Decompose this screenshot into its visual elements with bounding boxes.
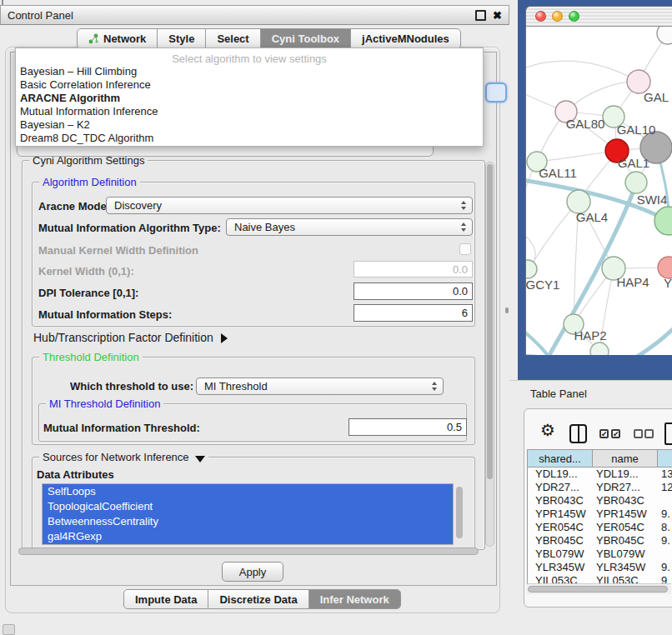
hub-definition-toggle[interactable]: Hub/Transcription Factor Definition <box>33 331 228 344</box>
attributes-scrollbar[interactable] <box>456 487 463 538</box>
algorithm-option-bayesian-k2[interactable]: Bayesian – K2 <box>16 118 483 132</box>
aracne-mode-combo[interactable]: Discovery <box>106 197 473 214</box>
table-row[interactable]: YDL19...YDL19...13 <box>528 468 672 481</box>
stepper-icon <box>461 201 466 210</box>
cell: YBL079W <box>528 548 593 561</box>
mi-algorithm-type-label: Mutual Information Algorithm Type: <box>38 222 221 235</box>
tab-network[interactable]: Network <box>78 29 158 48</box>
cell: YER054C <box>528 521 593 534</box>
minimized-panel-icon[interactable] <box>3 624 15 635</box>
scrollbar-thumb[interactable] <box>487 164 493 479</box>
panel-splitter-handle[interactable] <box>505 308 509 313</box>
table-row[interactable]: YDR27...YDR27...12 <box>528 481 672 494</box>
close-traffic-light-icon[interactable] <box>535 11 546 22</box>
attribute-item-selfloops[interactable]: SelfLoops <box>43 484 453 499</box>
network-node[interactable] <box>590 342 609 355</box>
network-node[interactable] <box>657 27 672 44</box>
attribute-item-betweennesscentrality[interactable]: BetweennessCentrality <box>43 514 453 529</box>
network-edge[interactable] <box>529 202 579 269</box>
kernel-width-label: Kernel Width (0,1): <box>38 265 134 278</box>
mi-steps-label: Mutual Information Steps: <box>38 308 172 322</box>
checked-checkbox-icon[interactable] <box>599 429 609 438</box>
split-columns-icon[interactable] <box>569 424 587 443</box>
tab-label: jActiveMNodules <box>362 32 449 45</box>
attribute-item-gal4rgexp[interactable]: gal4RGexp <box>43 529 453 544</box>
column-header-name[interactable]: name <box>593 450 658 467</box>
minimize-traffic-light-icon[interactable] <box>552 11 563 22</box>
algorithm-option-aracne-algorithm[interactable]: ARACNE Algorithm <box>16 92 483 105</box>
algorithm-option-bayesian-hill-climbing[interactable]: Bayesian – Hill Climbing <box>16 65 483 78</box>
network-svg[interactable]: GALGAL80GAL10GAL1GAL11SWI4GAL4GCY1HAP4YH… <box>526 27 672 355</box>
table-row[interactable]: YBL079WYBL079W <box>528 548 672 561</box>
cell: 9. <box>658 508 672 521</box>
checked-checkbox-icon[interactable] <box>611 429 620 438</box>
unchecked-checkbox-icon[interactable] <box>634 429 643 438</box>
algorithm-option-basic-correlation-inference[interactable]: Basic Correlation Inference <box>16 78 483 92</box>
table-row[interactable]: YER054CYER054C8. <box>528 521 672 534</box>
network-edge[interactable] <box>526 61 639 82</box>
control-panel-title: Control Panel <box>8 9 73 22</box>
column-header-shared[interactable]: shared... <box>528 450 593 467</box>
network-canvas[interactable]: GALGAL80GAL10GAL1GAL11SWI4GAL4GCY1HAP4YH… <box>526 27 672 355</box>
table-row[interactable]: YBR045CYBR045C9. <box>528 534 672 548</box>
cell <box>658 494 672 508</box>
kernel-width-field[interactable]: 0.0 <box>354 261 473 278</box>
manual-kernel-label: Manual Kernel Width Definition <box>38 244 198 258</box>
tab-impute-data[interactable]: Impute Data <box>124 590 208 608</box>
mi-threshold-definition-title: MI Threshold Definition <box>46 398 163 410</box>
mi-threshold-label: Mutual Information Threshold: <box>43 422 200 435</box>
table-row[interactable]: YLR345WYLR345W9. <box>528 561 672 574</box>
attribute-item-topologicalcoefficient[interactable]: TopologicalCoefficient <box>43 499 453 514</box>
which-threshold-label: Which threshold to use: <box>70 380 193 393</box>
network-node-gcy1[interactable] <box>526 260 537 278</box>
mi-threshold-field[interactable]: 0.5 <box>349 418 467 436</box>
cell: YBR043C <box>528 494 593 508</box>
cell: YBL079W <box>593 548 658 561</box>
table-row[interactable]: YBR043CYBR043C <box>528 494 672 508</box>
threshold-definition-title: Threshold Definition <box>39 351 143 363</box>
focused-combo-fragment[interactable] <box>485 82 507 102</box>
network-node-swi4[interactable] <box>654 207 672 235</box>
table-panel-divider <box>510 380 672 381</box>
table-horizontal-scrollbar[interactable] <box>526 583 671 594</box>
which-threshold-combo[interactable]: MI Threshold <box>196 378 444 395</box>
manual-kernel-checkbox[interactable] <box>459 243 471 255</box>
zoom-traffic-light-icon[interactable] <box>569 11 579 22</box>
float-window-icon[interactable] <box>475 10 486 21</box>
scrollbar-thumb[interactable] <box>528 586 668 592</box>
network-edge[interactable] <box>630 328 672 355</box>
aracne-mode-label: Aracne Mode: <box>38 200 110 213</box>
unchecked-checkbox-icon[interactable] <box>644 429 654 438</box>
gear-icon[interactable]: ⚙ <box>540 421 555 439</box>
data-attributes-list[interactable]: SelfLoopsTopologicalCoefficientBetweenne… <box>42 483 454 545</box>
cell: 9. <box>658 561 672 574</box>
tab-discretize-data[interactable]: Discretize Data <box>208 590 308 608</box>
mi-steps-field[interactable]: 6 <box>354 304 473 322</box>
settings-vertical-scrollbar[interactable] <box>485 162 494 547</box>
network-node[interactable] <box>625 172 647 193</box>
table-row[interactable]: YPR145WYPR145W9. <box>528 508 672 521</box>
mi-algorithm-type-combo[interactable]: Naive Bayes <box>226 218 473 236</box>
cell: YBR045C <box>528 534 593 548</box>
tab-style[interactable]: Style <box>158 29 206 48</box>
tab-label: Discretize Data <box>219 593 297 606</box>
apply-button[interactable]: Apply <box>222 562 283 582</box>
cell: YPR145W <box>593 508 658 521</box>
algorithm-option-dream8-dc-tdc-algorithm[interactable]: Dream8 DC_TDC Algorithm <box>16 132 483 145</box>
sources-title[interactable]: Sources for Network Inference <box>39 451 208 463</box>
tab-jactivemnodules[interactable]: jActiveMNodules <box>351 29 460 48</box>
settings-horizontal-scrollbar[interactable] <box>18 548 479 555</box>
collapsed-arrow-icon <box>221 333 228 343</box>
tab-select[interactable]: Select <box>206 29 260 48</box>
column-header-a[interactable]: A <box>658 450 672 467</box>
algorithm-option-mutual-information-inference[interactable]: Mutual Information Inference <box>16 105 483 118</box>
dpi-tolerance-field[interactable]: 0.0 <box>354 282 473 300</box>
tab-cyni-toolbox[interactable]: Cyni Toolbox <box>261 29 351 48</box>
tab-infer-network[interactable]: Infer Network <box>309 590 400 608</box>
close-icon[interactable]: ✖ <box>493 12 502 19</box>
cell: YDL19... <box>593 468 658 481</box>
sheet-icon[interactable] <box>664 422 672 445</box>
network-node-label: HAP4 <box>616 275 649 289</box>
table-panel-title: Table Panel <box>530 388 587 400</box>
node-table: shared...nameA YDL19...YDL19...13YDR27..… <box>527 449 672 588</box>
